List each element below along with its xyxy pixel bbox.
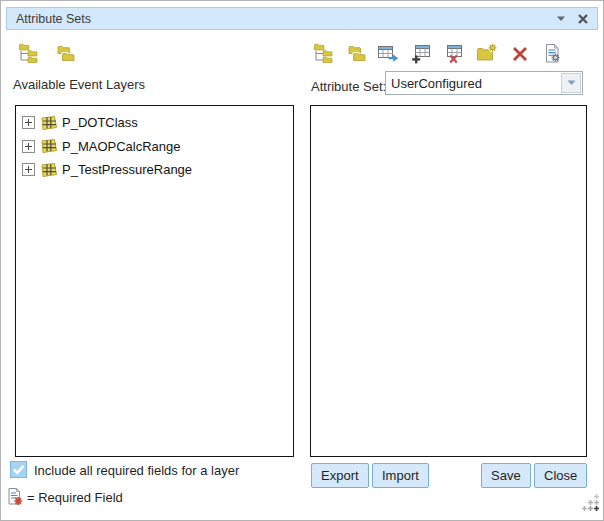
required-field-legend: = Required Field bbox=[27, 490, 123, 505]
report-settings-button[interactable] bbox=[542, 42, 564, 64]
close-button[interactable] bbox=[576, 12, 590, 26]
resize-grip[interactable] bbox=[582, 494, 600, 516]
folder-tree-icon bbox=[17, 43, 39, 64]
tree-row-p-maopcalcrange[interactable]: P_MAOPCalcRange bbox=[16, 135, 293, 159]
toolbar-right bbox=[312, 42, 564, 64]
available-event-layers-heading: Available Event Layers bbox=[13, 77, 145, 92]
available-layers-list: P_DOTClass P_MAOPCalcRange bbox=[15, 105, 294, 457]
import-button[interactable]: Import bbox=[372, 463, 429, 488]
event-layer-icon bbox=[40, 138, 58, 154]
event-layer-icon bbox=[40, 162, 58, 178]
table-add-button[interactable] bbox=[411, 42, 433, 64]
close-x-icon bbox=[577, 13, 589, 25]
attribute-set-combobox[interactable]: UserConfigured bbox=[385, 71, 583, 95]
delete-x-icon bbox=[510, 43, 530, 63]
window-title: Attribute Sets bbox=[16, 12, 91, 26]
resize-grip-icon bbox=[582, 494, 600, 512]
attribute-set-value: UserConfigured bbox=[386, 76, 561, 91]
title-bar[interactable]: Attribute Sets bbox=[6, 7, 598, 30]
expand-plus-icon[interactable] bbox=[22, 163, 35, 176]
event-layer-icon bbox=[40, 115, 58, 131]
copy-folders-button-2[interactable] bbox=[345, 42, 367, 64]
layer-label[interactable]: P_MAOPCalcRange bbox=[62, 139, 181, 154]
delete-button[interactable] bbox=[509, 42, 531, 64]
table-remove-button[interactable] bbox=[443, 42, 465, 64]
required-field-icon bbox=[8, 487, 24, 511]
new-folder-button[interactable] bbox=[476, 42, 498, 64]
attribute-set-list[interactable] bbox=[310, 105, 587, 457]
expand-plus-icon[interactable] bbox=[22, 116, 35, 129]
table-remove-icon bbox=[444, 43, 465, 64]
caret-down-icon bbox=[556, 16, 566, 22]
copy-folders-icon bbox=[345, 43, 367, 64]
folder-tree-button[interactable] bbox=[17, 42, 39, 64]
expand-plus-icon[interactable] bbox=[22, 140, 35, 153]
table-add-icon bbox=[411, 43, 432, 64]
copy-folders-icon bbox=[54, 43, 76, 64]
report-settings-icon bbox=[542, 43, 563, 64]
table-export-button[interactable] bbox=[378, 42, 400, 64]
new-folder-icon bbox=[476, 43, 498, 64]
check-icon bbox=[12, 464, 25, 475]
combo-dropdown-button[interactable] bbox=[561, 73, 581, 93]
include-required-fields-label: Include all required fields for a layer bbox=[34, 463, 239, 478]
caret-down-icon bbox=[567, 80, 576, 86]
collapse-button[interactable] bbox=[554, 12, 568, 26]
toolbar-left bbox=[17, 42, 76, 64]
export-button[interactable]: Export bbox=[311, 463, 369, 488]
tree-row-p-dotclass[interactable]: P_DOTClass bbox=[16, 111, 293, 135]
folder-tree-icon bbox=[312, 43, 334, 64]
layer-label[interactable]: P_DOTClass bbox=[62, 115, 138, 130]
close-button-footer[interactable]: Close bbox=[534, 463, 587, 488]
table-export-icon bbox=[378, 43, 399, 64]
attribute-set-heading: Attribute Set: bbox=[311, 79, 386, 94]
include-required-fields-checkbox[interactable] bbox=[10, 461, 27, 478]
copy-folders-button[interactable] bbox=[54, 42, 76, 64]
save-button[interactable]: Save bbox=[481, 463, 531, 488]
attribute-sets-dialog: Attribute Sets bbox=[0, 0, 604, 521]
folder-tree-button-2[interactable] bbox=[312, 42, 334, 64]
layer-label[interactable]: P_TestPressureRange bbox=[62, 162, 192, 177]
tree-row-p-testpressurerange[interactable]: P_TestPressureRange bbox=[16, 158, 293, 182]
